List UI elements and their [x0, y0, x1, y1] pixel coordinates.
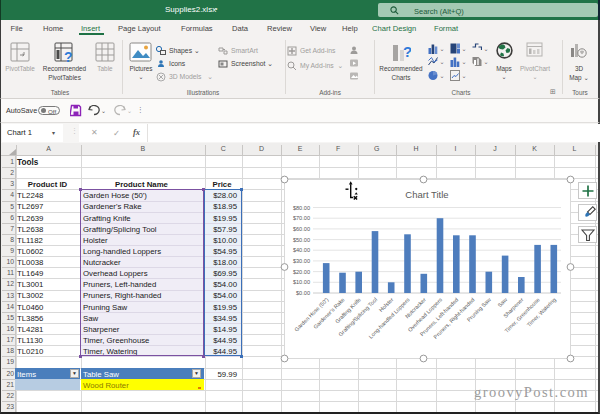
svg-text:$0.00: $0.00	[296, 290, 310, 296]
svg-text:$40.00: $40.00	[293, 247, 310, 253]
svg-text:$20.00: $20.00	[293, 269, 310, 275]
svg-text:$30.00: $30.00	[293, 258, 310, 264]
svg-text:?: ?	[403, 43, 411, 60]
svg-text:$50.00: $50.00	[293, 237, 310, 243]
svg-text:?: ?	[64, 49, 73, 65]
svg-text:$10.00: $10.00	[293, 279, 310, 285]
svg-text:$60.00: $60.00	[293, 226, 310, 232]
svg-text:Chart Title: Chart Title	[405, 189, 448, 200]
svg-text:$80.00: $80.00	[293, 205, 310, 211]
svg-text:$70.00: $70.00	[293, 215, 310, 221]
